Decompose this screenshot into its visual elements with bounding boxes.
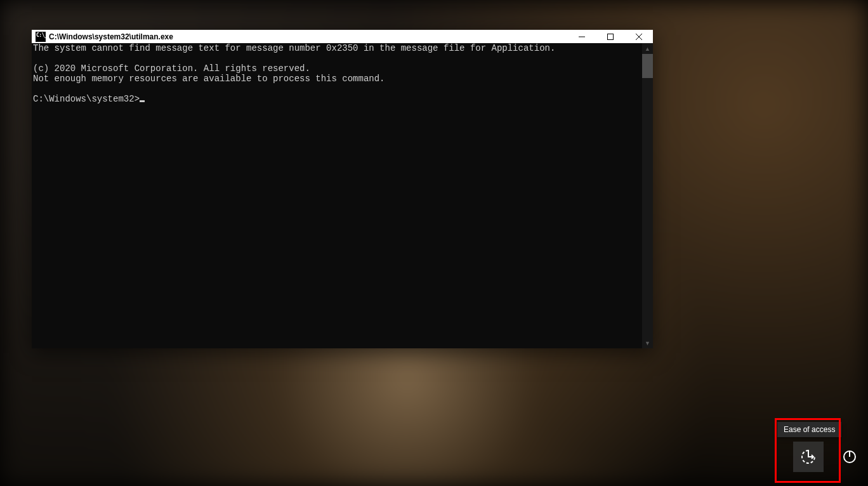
ease-of-access-icon [799,448,817,466]
cmd-output[interactable]: The system cannot find message text for … [32,43,642,348]
cmd-line: The system cannot find message text for … [33,43,555,53]
scrollbar[interactable]: ▲ ▼ [642,43,653,348]
power-icon [842,449,857,464]
svg-rect-1 [607,34,613,39]
maximize-button[interactable] [596,30,624,43]
scroll-down-icon[interactable]: ▼ [642,338,653,348]
window-title: C:\Windows\system32\utilman.exe [49,32,173,41]
scroll-up-icon[interactable]: ▲ [642,43,653,54]
ease-of-access-tooltip: Ease of access [777,422,841,437]
cmd-window: C:\Windows\system32\utilman.exe The syst… [32,30,653,348]
cmd-line: (c) 2020 Microsoft Corporation. All righ… [33,63,310,74]
close-button[interactable] [624,30,653,43]
cursor-icon [140,100,145,102]
minimize-button[interactable] [567,30,596,43]
scroll-track[interactable] [642,78,653,338]
cmd-prompt: C:\Windows\system32> [33,94,140,104]
scroll-thumb[interactable] [642,54,653,78]
titlebar[interactable]: C:\Windows\system32\utilman.exe [32,30,653,43]
ease-of-access-button[interactable] [793,442,824,472]
cmd-line: Not enough memory resources are availabl… [33,74,385,84]
cmd-icon [36,32,46,42]
power-button[interactable] [834,442,865,472]
cmd-body: The system cannot find message text for … [32,43,653,348]
